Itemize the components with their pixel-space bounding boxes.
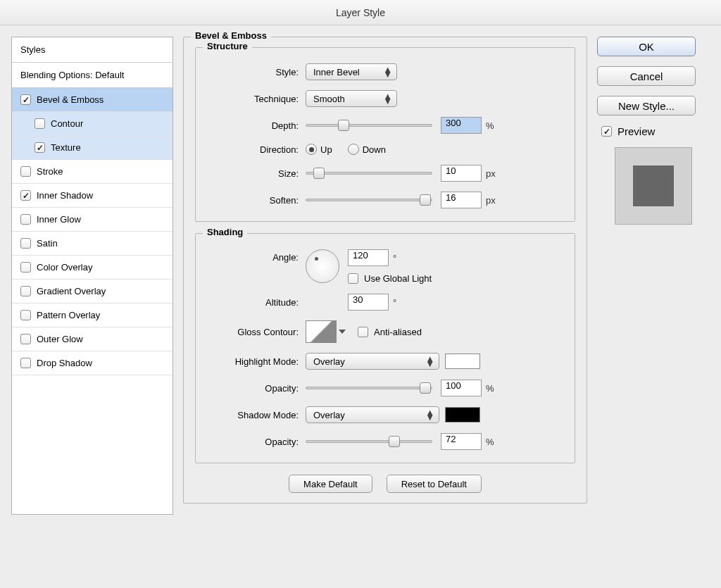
style-item-outer-glow[interactable]: Outer Glow [12,327,173,351]
size-slider[interactable] [306,172,432,175]
preview-checkbox[interactable] [601,126,612,137]
shadow-color-swatch[interactable] [445,407,480,423]
style-item-label: Texture [51,142,81,153]
style-checkbox[interactable] [20,166,31,177]
style-item-stroke[interactable]: Stroke [12,160,173,184]
reset-default-button[interactable]: Reset to Default [387,475,482,493]
style-item-color-overlay[interactable]: Color Overlay [12,256,173,280]
shading-group: Shading Angle: 120 ° Use Global Light [195,233,575,463]
direction-up-radio[interactable] [306,144,317,155]
highlight-mode-select[interactable]: Overlay ▲▼ [306,353,439,370]
angle-input[interactable]: 120 [348,249,389,266]
technique-select[interactable]: Smooth ▲▼ [306,90,397,107]
shadow-mode-select[interactable]: Overlay ▲▼ [306,406,439,423]
highlight-opacity-label: Opacity: [207,383,306,394]
global-light-checkbox[interactable] [348,273,358,284]
structure-title: Structure [203,41,252,51]
style-checkbox[interactable] [20,358,31,368]
size-label: Size: [207,168,306,179]
style-item-inner-shadow[interactable]: Inner Shadow [12,184,173,208]
direction-down-label: Down [363,144,386,155]
depth-input[interactable]: 300 [441,117,482,134]
pct-unit: % [486,383,494,394]
angle-unit: ° [393,253,396,263]
styles-header[interactable]: Styles [12,37,173,63]
style-item-label: Pattern Overlay [37,310,100,320]
ok-button[interactable]: OK [597,37,696,56]
style-checkbox[interactable] [20,214,31,225]
antialiased-checkbox[interactable] [358,327,368,337]
technique-label: Technique: [207,94,306,104]
gloss-contour-picker[interactable] [306,320,337,343]
styles-panel: Styles Blending Options: Default Bevel &… [11,37,173,515]
select-arrows-icon: ▲▼ [383,67,392,77]
style-checkbox[interactable] [35,118,45,129]
blending-options-header[interactable]: Blending Options: Default [12,63,173,88]
angle-dial[interactable] [306,249,339,283]
style-item-label: Stroke [37,166,63,177]
style-item-label: Drop Shadow [37,358,92,368]
highlight-opacity-slider[interactable] [306,387,432,389]
make-default-button[interactable]: Make Default [289,475,372,493]
shadow-mode-label: Shadow Mode: [207,410,306,420]
preview-thumbnail [615,147,692,225]
direction-label: Direction: [207,144,306,155]
gloss-contour-label: Gloss Contour: [207,327,306,337]
style-checkbox[interactable] [20,334,31,344]
shadow-opacity-input[interactable]: 72 [441,433,482,450]
style-item-bevel-emboss[interactable]: Bevel & Emboss [12,88,173,112]
style-item-drop-shadow[interactable]: Drop Shadow [12,351,173,375]
style-item-gradient-overlay[interactable]: Gradient Overlay [12,280,173,304]
panel-title: Bevel & Emboss [191,30,271,41]
style-item-label: Inner Glow [37,214,81,225]
style-item-contour[interactable]: Contour [12,112,173,136]
style-checkbox[interactable] [20,94,31,105]
style-item-texture[interactable]: Texture [12,136,173,160]
altitude-input[interactable]: 30 [348,294,389,311]
soften-slider[interactable] [306,199,432,201]
style-checkbox[interactable] [20,262,31,273]
settings-area: Bevel & Emboss Structure Style: Inner Be… [183,37,587,515]
right-column: OK Cancel New Style... Preview [597,37,710,515]
style-select[interactable]: Inner Bevel ▲▼ [306,63,397,80]
size-unit: px [486,168,496,179]
select-arrows-icon: ▲▼ [425,410,434,420]
pct-unit: % [486,437,494,447]
style-item-label: Inner Shadow [37,190,93,201]
select-arrows-icon: ▲▼ [383,94,392,104]
soften-unit: px [486,195,496,206]
select-arrows-icon: ▲▼ [425,356,434,366]
depth-slider[interactable] [306,124,432,127]
soften-input[interactable]: 16 [441,192,482,208]
size-input[interactable]: 10 [441,165,482,182]
style-checkbox[interactable] [20,238,31,249]
style-item-label: Bevel & Emboss [37,94,104,105]
direction-down-radio[interactable] [348,144,359,155]
altitude-label: Altitude: [207,297,306,308]
window-title: Layer Style [0,0,721,25]
style-item-label: Satin [37,238,58,249]
style-item-inner-glow[interactable]: Inner Glow [12,208,173,232]
style-item-label: Color Overlay [37,262,92,273]
style-checkbox[interactable] [35,142,45,153]
antialiased-label: Anti-aliased [374,327,422,337]
style-checkbox[interactable] [20,310,31,320]
preview-inner [633,165,674,206]
global-light-label: Use Global Light [364,273,432,284]
preview-label: Preview [617,125,655,137]
highlight-color-swatch[interactable] [445,354,480,369]
highlight-opacity-input[interactable]: 100 [441,380,482,396]
highlight-mode-value: Overlay [313,356,345,367]
depth-label: Depth: [207,120,306,131]
style-item-label: Contour [51,118,83,129]
style-item-label: Outer Glow [37,334,83,344]
style-checkbox[interactable] [20,286,31,296]
style-checkbox[interactable] [20,190,31,201]
shadow-mode-value: Overlay [313,410,345,420]
new-style-button[interactable]: New Style... [597,96,696,115]
cancel-button[interactable]: Cancel [597,66,696,86]
depth-unit: % [486,120,494,131]
style-item-pattern-overlay[interactable]: Pattern Overlay [12,304,173,327]
shadow-opacity-slider[interactable] [306,440,432,443]
style-item-satin[interactable]: Satin [12,232,173,256]
